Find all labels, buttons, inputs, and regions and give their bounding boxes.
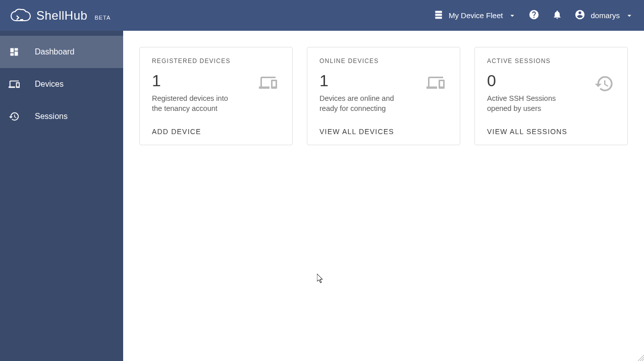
header-right: My Device Fleet <box>434 9 634 22</box>
bell-icon <box>552 10 562 22</box>
card-title: ONLINE DEVICES <box>319 57 448 65</box>
card-registered-devices: REGISTERED DEVICES 1 Registered devices … <box>139 47 293 145</box>
sidebar-item-label: Dashboard <box>35 47 74 56</box>
card-title: REGISTERED DEVICES <box>152 57 280 65</box>
devices-icon <box>9 79 20 90</box>
help-icon <box>528 9 540 22</box>
sidebar-item-dashboard[interactable]: Dashboard <box>0 36 123 68</box>
card-description: Active SSH Sessions opened by users <box>487 94 568 113</box>
beta-tag: BETA <box>94 15 111 21</box>
shellhub-logo-icon <box>10 9 31 23</box>
app-name: ShellHub <box>36 9 87 23</box>
user-menu[interactable]: domarys <box>574 9 634 22</box>
card-description: Devices are online and ready for connect… <box>319 94 400 113</box>
history-icon <box>594 74 614 96</box>
chevron-down-icon <box>625 11 634 20</box>
devices-icon <box>257 74 279 94</box>
svg-line-2 <box>642 359 644 361</box>
view-all-devices-button[interactable]: VIEW ALL DEVICES <box>319 115 448 136</box>
server-icon <box>434 10 444 21</box>
dashboard-cards: REGISTERED DEVICES 1 Registered devices … <box>139 47 628 145</box>
devices-icon <box>424 74 447 94</box>
logo[interactable]: ShellHub BETA <box>10 9 111 23</box>
username: domarys <box>591 11 620 20</box>
sidebar-item-label: Sessions <box>35 112 68 121</box>
card-title: ACTIVE SESSIONS <box>487 57 615 65</box>
app-header: ShellHub BETA My Device Fleet <box>0 0 644 31</box>
chevron-down-icon <box>508 11 517 20</box>
sidebar: Dashboard Devices Sessions <box>0 31 123 361</box>
fleet-name: My Device Fleet <box>449 11 503 20</box>
card-active-sessions: ACTIVE SESSIONS 0 Active SSH Sessions op… <box>474 47 628 145</box>
dashboard-icon <box>9 46 20 57</box>
add-device-button[interactable]: ADD DEVICE <box>152 115 280 136</box>
view-all-sessions-button[interactable]: VIEW ALL SESSIONS <box>487 115 615 136</box>
notifications-button[interactable] <box>551 10 563 22</box>
sessions-icon <box>9 111 20 122</box>
fleet-selector[interactable]: My Device Fleet <box>434 10 517 21</box>
sidebar-item-sessions[interactable]: Sessions <box>0 100 123 133</box>
help-button[interactable] <box>528 10 540 22</box>
resize-handle-icon[interactable] <box>637 354 644 361</box>
sidebar-item-devices[interactable]: Devices <box>0 68 123 100</box>
main-content: REGISTERED DEVICES 1 Registered devices … <box>123 31 644 361</box>
card-online-devices: ONLINE DEVICES 1 Devices are online and … <box>307 47 460 145</box>
sidebar-item-label: Devices <box>35 80 64 89</box>
user-icon <box>574 9 585 22</box>
svg-line-1 <box>640 357 644 361</box>
card-description: Registered devices into the tenancy acco… <box>152 94 233 113</box>
